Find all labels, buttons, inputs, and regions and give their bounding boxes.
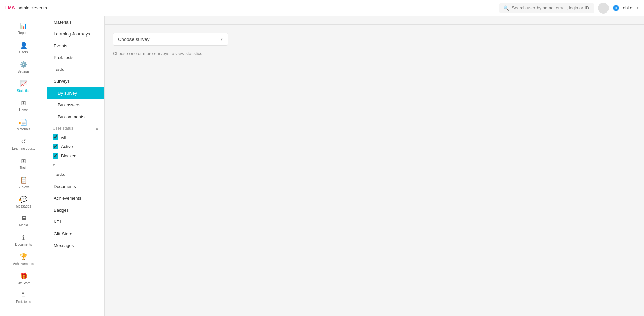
- sub-item-documents[interactable]: Documents: [47, 180, 104, 192]
- sub-item-materials[interactable]: Materials: [47, 16, 104, 28]
- documents-icon-wrap: ℹ: [22, 234, 25, 241]
- sidebar-item-settings[interactable]: ⚙️ Settings: [0, 57, 47, 77]
- gift-store-icon-wrap: 🎁: [20, 272, 27, 280]
- tests-icon: ⊞: [21, 157, 26, 165]
- sidebar-label-home: Home: [19, 108, 28, 112]
- sub-item-gift-store[interactable]: Gift Store: [47, 228, 104, 240]
- sidebar-label-prof-tests: Prof. tests: [16, 300, 31, 304]
- sidebar-label-reports: Reports: [18, 31, 29, 35]
- sub-item-messages[interactable]: Messages: [47, 240, 104, 251]
- lms-logo: LMS: [5, 5, 15, 10]
- user-name[interactable]: obi.e: [623, 5, 633, 10]
- reports-icon: 📊: [20, 22, 27, 30]
- sub-item-kpi[interactable]: KPI: [47, 216, 104, 228]
- sidebar-label-materials: Materials: [17, 127, 30, 131]
- statistics-icon-wrap: 📈: [20, 80, 27, 88]
- sub-item-prof-tests[interactable]: Prof. tests: [47, 52, 104, 64]
- sidebar-item-prof-tests[interactable]: 🗒 Prof. tests: [0, 288, 47, 307]
- sidebar-item-statistics[interactable]: 📈 Statistics: [0, 77, 47, 96]
- media-icon: 🖥: [21, 215, 27, 222]
- settings-icon: ⚙️: [20, 61, 27, 68]
- sub-item-by-answers[interactable]: By answers: [47, 99, 104, 111]
- settings-icon-wrap: ⚙️: [20, 61, 27, 68]
- sidebar-item-tests[interactable]: ⊞ Tests: [0, 154, 47, 173]
- sub-item-tasks[interactable]: Tasks: [47, 169, 104, 180]
- sidebar-item-users[interactable]: 👤 Users: [0, 38, 47, 57]
- sidebar-item-achievements[interactable]: 🏆 Achievements: [0, 250, 47, 269]
- sidebar-item-gift-store[interactable]: 🎁 Gift Store: [0, 269, 47, 288]
- user-avatar: [598, 3, 609, 14]
- sidebar-item-reports[interactable]: 📊 Reports: [0, 19, 47, 38]
- materials-icon-wrap: 📄: [20, 119, 27, 126]
- sidebar-label-media: Media: [19, 223, 28, 227]
- home-icon: ⊞: [21, 99, 26, 107]
- achievements-icon: 🏆: [20, 253, 27, 261]
- messages-icon-wrap: 💬: [20, 196, 27, 203]
- surveys-icon: 📋: [20, 176, 27, 184]
- home-icon-wrap: ⊞: [21, 99, 26, 107]
- admin-title: admin.cleverlm...: [17, 5, 50, 10]
- topbar-right: 🔍 0 obi.e ▾: [499, 3, 639, 14]
- documents-icon: ℹ: [22, 234, 25, 241]
- checkbox-label-active: Active: [61, 144, 73, 149]
- gift-store-icon: 🎁: [20, 272, 27, 280]
- checkbox-input-active[interactable]: [53, 144, 58, 149]
- notification-dot: [19, 122, 21, 124]
- search-bar[interactable]: 🔍: [499, 3, 594, 13]
- sub-item-by-comments[interactable]: By comments: [47, 111, 104, 123]
- notification-dot: [19, 199, 21, 201]
- sub-item-by-survey[interactable]: By survey: [47, 87, 104, 99]
- sidebar-label-settings: Settings: [17, 70, 29, 73]
- prof-tests-icon-wrap: 🗒: [21, 292, 27, 299]
- sidebar-label-messages: Messages: [16, 204, 31, 208]
- sub-item-learning-journeys[interactable]: Learning Journeys: [47, 28, 104, 40]
- expand-arrow[interactable]: ▾: [47, 161, 104, 169]
- checkbox-all: All: [47, 132, 104, 142]
- sidebar-item-home[interactable]: ⊞ Home: [0, 96, 47, 115]
- search-icon: 🔍: [503, 5, 509, 11]
- sidebar-label-users: Users: [19, 50, 28, 54]
- checkbox-input-all[interactable]: [53, 134, 58, 140]
- statistics-icon: 📈: [20, 80, 27, 88]
- sidebar-item-materials[interactable]: 📄 Materials: [0, 115, 47, 135]
- user-status-label: User status▲: [47, 123, 104, 132]
- chevron-down-icon: ▾: [637, 6, 639, 10]
- collapse-icon[interactable]: ▲: [95, 126, 99, 131]
- chevron-down-icon: ▾: [221, 37, 223, 42]
- sidebar-item-learning-journeys[interactable]: ↺ Learning Jour...: [0, 135, 47, 154]
- search-input[interactable]: [512, 5, 590, 10]
- main-content: Choose survey ▾ Choose one or more surve…: [105, 16, 644, 316]
- chevron-down-icon: ▾: [53, 162, 55, 167]
- sidebar-item-media[interactable]: 🖥 Media: [0, 212, 47, 230]
- topbar-left: LMS admin.cleverlm...: [5, 5, 51, 10]
- messages-icon: 💬: [20, 196, 27, 203]
- sub-item-events[interactable]: Events: [47, 40, 104, 52]
- prof-tests-icon: 🗒: [21, 292, 27, 299]
- sidebar-icons: 📊 Reports 👤 Users ⚙️ Settings 📈 Statisti…: [0, 16, 47, 316]
- checkbox-active: Active: [47, 142, 104, 151]
- users-icon-wrap: 👤: [20, 42, 27, 49]
- sidebar-item-messages[interactable]: 💬 Messages: [0, 192, 47, 212]
- sub-item-tests[interactable]: Tests: [47, 64, 104, 75]
- notification-count: 0: [613, 5, 619, 11]
- topbar: LMS admin.cleverlm... 🔍 0 obi.e ▾: [0, 0, 644, 16]
- users-icon: 👤: [20, 42, 27, 49]
- checkbox-label-all: All: [61, 135, 66, 140]
- sub-item-achievements[interactable]: Achievements: [47, 192, 104, 204]
- sidebar-item-documents[interactable]: ℹ Documents: [0, 230, 47, 250]
- sub-item-surveys[interactable]: Surveys: [47, 75, 104, 87]
- sub-item-badges[interactable]: Badges: [47, 204, 104, 216]
- sidebar-label-documents: Documents: [15, 243, 32, 246]
- checkbox-blocked: Blocked: [47, 151, 104, 161]
- sidebar-item-surveys[interactable]: 📋 Surveys: [0, 173, 47, 192]
- sidebar-sub: MaterialsLearning JourneysEventsProf. te…: [47, 16, 105, 316]
- sidebar-label-tests: Tests: [20, 166, 27, 170]
- choose-survey-dropdown[interactable]: Choose survey ▾: [113, 33, 228, 46]
- sidebar-label-gift-store: Gift Store: [16, 281, 30, 285]
- checkbox-input-blocked[interactable]: [53, 153, 58, 159]
- achievements-icon-wrap: 🏆: [20, 253, 27, 261]
- learning-journeys-icon: ↺: [21, 138, 26, 145]
- materials-icon: 📄: [20, 119, 27, 126]
- sidebar-label-learning-journeys: Learning Jour...: [12, 147, 35, 150]
- divider: [105, 24, 644, 25]
